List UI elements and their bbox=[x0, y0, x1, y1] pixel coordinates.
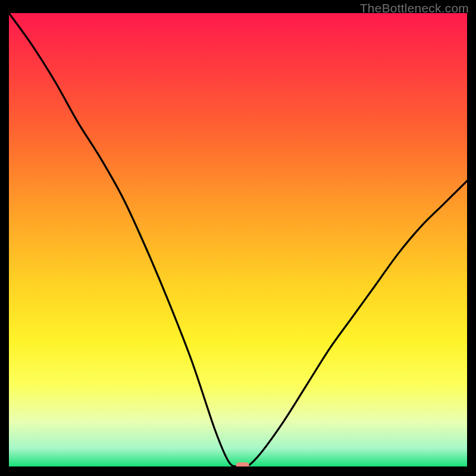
gradient-background bbox=[9, 13, 467, 466]
bottleneck-chart bbox=[9, 13, 467, 466]
optimum-marker bbox=[236, 462, 249, 466]
chart-frame: TheBottleneck.com bbox=[0, 0, 476, 476]
